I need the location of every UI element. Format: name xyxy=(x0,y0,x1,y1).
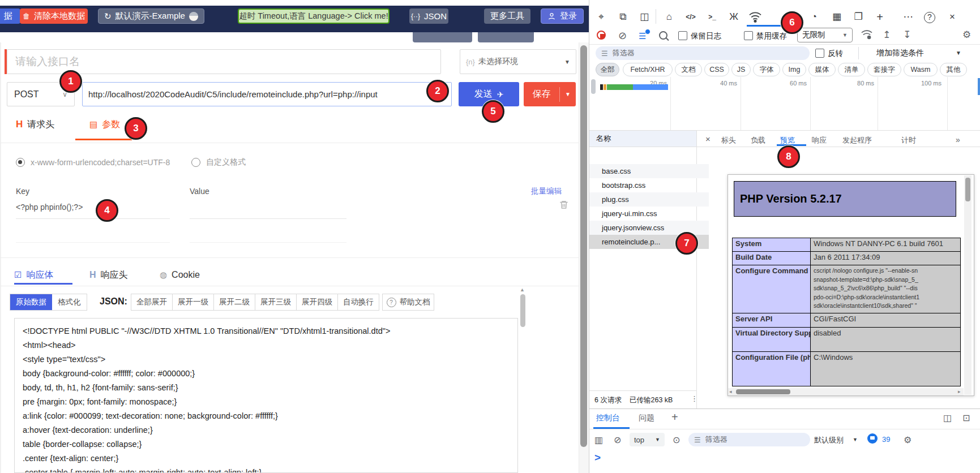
home-icon[interactable]: ⌂ xyxy=(662,10,677,24)
chip-js[interactable]: JS xyxy=(731,63,751,76)
performance-icon[interactable]: ◔ xyxy=(807,10,821,24)
network-settings-gear-icon[interactable]: ⚙ xyxy=(962,29,971,41)
add-drawer-tab-icon[interactable]: + xyxy=(671,411,678,424)
inspect-icon[interactable]: ⌖ xyxy=(594,10,609,24)
word-wrap-button[interactable]: 自动换行 xyxy=(338,294,379,310)
console-sidebar-icon[interactable]: ◫ xyxy=(943,412,952,424)
clear-local-data-button[interactable]: 🗑 清除本地数据 xyxy=(20,8,88,24)
expand-level2-button[interactable]: 展开二级 xyxy=(214,294,255,310)
console-prompt-chevron[interactable]: > xyxy=(594,452,601,464)
tab-headers[interactable]: 标头 xyxy=(721,135,736,145)
more-tabs-icon[interactable]: + xyxy=(872,10,887,24)
dock-drawer-icon[interactable]: ⊡ xyxy=(962,412,970,424)
raw-data-button[interactable]: 原始数据 xyxy=(10,294,52,310)
chip-media[interactable]: 媒体 xyxy=(808,63,836,76)
more-tabs-chevron-icon[interactable]: » xyxy=(956,135,960,144)
format-button[interactable]: 格式化 xyxy=(52,294,87,310)
disable-cache-checkbox[interactable] xyxy=(744,31,753,40)
tab-issues[interactable]: 问题 xyxy=(639,413,654,423)
app-scrollbar-thumb[interactable] xyxy=(580,45,587,447)
more-options-icon[interactable]: ⋯ xyxy=(901,10,915,24)
log-level-select[interactable]: 默认级别 xyxy=(814,435,844,445)
help-icon[interactable]: ? xyxy=(922,10,937,24)
tab-payload[interactable]: 负载 xyxy=(751,135,765,145)
chip-css[interactable]: CSS xyxy=(704,63,729,76)
memory-icon[interactable]: ▦ xyxy=(829,10,844,24)
delete-row-trash-icon[interactable] xyxy=(559,199,569,210)
search-icon[interactable] xyxy=(659,31,667,40)
close-detail-icon[interactable]: × xyxy=(705,134,711,144)
clear-network-icon[interactable]: ⊘ xyxy=(618,30,627,41)
clear-console-icon[interactable]: ⊘ xyxy=(614,435,621,446)
preview-vscrollbar-track[interactable] xyxy=(964,175,972,395)
tab-response[interactable]: 响应 xyxy=(812,135,827,145)
response-body-code[interactable]: <!DOCTYPE html PUBLIC "-//W3C//DTD XHTML… xyxy=(14,318,518,473)
scroll-left-arrow[interactable]: ◂ xyxy=(729,389,732,394)
preview-hscrollbar-thumb[interactable] xyxy=(736,389,790,394)
chip-img[interactable]: Img xyxy=(782,63,806,76)
param-key-input[interactable]: <?php phpinfo();?> xyxy=(16,203,83,212)
chevron-down-icon[interactable]: ▼ xyxy=(853,437,858,442)
json-tool-button[interactable]: {··} JSON xyxy=(409,8,448,24)
request-row[interactable]: base.css xyxy=(589,164,709,178)
chevron-down-icon[interactable]: ▼ xyxy=(956,50,961,56)
console-panel-icon[interactable]: >_ xyxy=(705,10,720,24)
expand-level4-button[interactable]: 展开四级 xyxy=(297,294,338,310)
tab-timing[interactable]: 计时 xyxy=(901,135,916,145)
preserve-log-checkbox[interactable] xyxy=(678,31,687,40)
console-settings-gear-icon[interactable]: ⚙ xyxy=(904,435,911,446)
value-input2-underline[interactable] xyxy=(190,242,346,243)
request-row[interactable]: bootstrap.css xyxy=(589,178,709,192)
messages-badge-icon[interactable] xyxy=(867,433,878,444)
chip-other[interactable]: 其他 xyxy=(940,63,967,76)
expand-level1-button[interactable]: 展开一级 xyxy=(173,294,214,310)
import-har-icon[interactable]: ↥ xyxy=(883,29,891,41)
chip-wasm[interactable]: Wasm xyxy=(904,63,938,76)
radio-urlencoded[interactable]: x-www-form-urlencoded;charset=UTF-8 xyxy=(16,157,170,167)
environment-selector[interactable]: {n} 未选择环境 ▼ xyxy=(460,49,576,74)
name-column-header[interactable]: 名称 xyxy=(589,131,696,147)
more-tools-button[interactable]: 更多工具 xyxy=(484,8,530,24)
timeout-language-button[interactable]: 超时 Timeout,语言 Language-> Click me! xyxy=(238,8,390,24)
application-icon[interactable]: ❐ xyxy=(851,10,866,24)
chevron-down-icon[interactable]: ▼ xyxy=(560,91,576,97)
network-conditions-icon[interactable] xyxy=(861,29,872,40)
timeline-drag-handle[interactable] xyxy=(591,79,596,94)
save-split-button[interactable]: 保存 ▼ xyxy=(524,82,576,106)
chip-doc[interactable]: 文档 xyxy=(675,63,702,76)
help-doc-button[interactable]: ? 帮助文档 xyxy=(382,294,434,311)
more-filters-label[interactable]: 增加筛选条件 xyxy=(876,48,924,58)
record-icon[interactable] xyxy=(597,31,606,40)
request-row[interactable]: jquery-ui.min.css xyxy=(589,207,709,221)
tab-console[interactable]: 控制台 xyxy=(596,413,620,423)
batch-edit-link[interactable]: 批量编辑 xyxy=(521,186,562,196)
login-button[interactable]: 登录 xyxy=(541,8,584,24)
console-drawer-divider[interactable] xyxy=(589,408,980,409)
tab-request-headers[interactable]: H 请求头 xyxy=(16,115,54,134)
response-scrollbar-thumb[interactable] xyxy=(520,294,525,327)
filter-toggle-icon[interactable]: ☰ xyxy=(639,31,646,42)
chip-manifest[interactable]: 清单 xyxy=(838,63,865,76)
tab-params[interactable]: ▤ 参数 xyxy=(89,115,120,134)
request-row[interactable]: plug.css xyxy=(589,192,709,207)
console-filter-input[interactable]: ☰ 筛选器 xyxy=(688,433,810,446)
sources-icon[interactable]: </> xyxy=(683,10,698,24)
tab-initiator[interactable]: 发起程序 xyxy=(842,135,872,145)
expand-level3-button[interactable]: 展开三级 xyxy=(255,294,297,310)
tab-response-body[interactable]: ☑ 响应体 xyxy=(14,267,53,283)
radio-custom-format[interactable]: 自定义格式 xyxy=(191,157,246,167)
network-icon[interactable] xyxy=(749,11,761,23)
export-har-icon[interactable]: ↧ xyxy=(903,29,911,41)
debugger-bug-icon[interactable]: Ж xyxy=(726,10,741,24)
tab-response-headers[interactable]: H 响应头 xyxy=(89,267,128,283)
status-more-icon[interactable]: ⋮ xyxy=(691,394,698,403)
tab-cookie[interactable]: ◍ Cookie xyxy=(160,267,200,283)
preview-vscrollbar-thumb[interactable] xyxy=(965,178,970,201)
console-context-select[interactable]: top ▼ xyxy=(630,433,665,446)
eye-icon[interactable]: ⊙ xyxy=(673,435,680,446)
clipped-left-button[interactable]: 据 xyxy=(0,8,20,24)
timeline-scrollbar[interactable] xyxy=(978,78,980,95)
scroll-up-arrow[interactable]: ▲ xyxy=(520,287,525,292)
expand-all-button[interactable]: 全部展开 xyxy=(131,294,173,310)
chip-socket[interactable]: 套接字 xyxy=(867,63,901,76)
